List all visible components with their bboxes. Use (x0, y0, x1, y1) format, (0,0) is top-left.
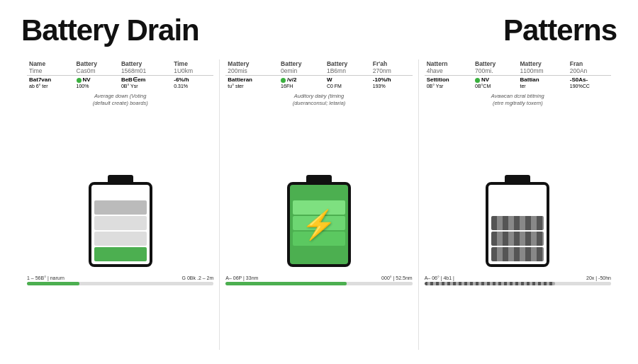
progress-fill-1 (27, 282, 79, 285)
panel-3-battery: A– 06° | 4b1 | 20x | -50hn (425, 111, 611, 350)
panel-1-row1: Bat7vanab 6° ter NV100% BeB∈em0B° Ysr -6… (27, 76, 213, 91)
col-time: Time1U0km (172, 59, 213, 76)
seg-1-2 (94, 232, 147, 246)
panel-1: NameTime BatteryCas0m Battery1568m01 Tim… (21, 59, 220, 350)
panel-3-row1: Settition0B° Ysr NV0B°CM Battianter -S0A… (425, 76, 611, 91)
col-battery-rem: Battery1568m01 (119, 59, 172, 76)
battery-body-1 (89, 182, 152, 267)
battery-fill-3 (491, 216, 544, 261)
panel-3-subtext: Avawcan dcral btitning(etre mgitratly to… (425, 93, 611, 107)
col3-battery: Battery700mi. (473, 59, 517, 76)
seg-3-2 (491, 232, 544, 246)
progress-label-right-3: 20x | -50hn (586, 275, 611, 280)
progress-track-2 (225, 282, 412, 285)
lightning-bolt: ⚡ (301, 208, 337, 241)
progress-fill-3 (425, 282, 555, 285)
p1-remain: BeB∈em0B° Ysr (119, 76, 172, 91)
progress-fill-2 (225, 282, 347, 285)
progress-label-left-1: 1 – 56B° | narurn (27, 275, 65, 280)
battery-icon-2: ⚡ (287, 175, 351, 267)
col-battery-cap: BatteryCas0m (74, 59, 119, 76)
panel-2-progress: A– 06P | 33nm 000° | 52.5nm (225, 275, 412, 285)
seg-2-1 (293, 247, 345, 261)
content-area: NameTime BatteryCas0m Battery1568m01 Tim… (21, 59, 617, 350)
seg-1-4 (94, 200, 147, 215)
panel-1-subtext: Average down (Voting(default create) boa… (27, 93, 213, 107)
battery-body-3 (486, 182, 549, 267)
progress-label-right-2: 000° | 52.5nm (381, 275, 413, 280)
p2-remain: WC0 FM (325, 76, 371, 91)
col2-name: Mattery200mis (225, 59, 279, 76)
panel-3-table: Nattern4have Battery700mi. Mattery1100mm… (425, 59, 611, 90)
p3-remain: Battianter (517, 76, 567, 91)
panel-2-progress-label: A– 06P | 33nm 000° | 52.5nm (225, 275, 412, 280)
progress-label-left-2: A– 06P | 33nm (225, 275, 258, 280)
progress-track-3 (425, 282, 611, 285)
p2-name: Battierantu° ster (225, 76, 279, 91)
progress-label-left-3: A– 06° | 4b1 | (425, 275, 454, 280)
header-row: Battery Drain Patterns (21, 14, 617, 47)
col2-battery: Battery0emin (279, 59, 325, 76)
seg-1-1 (94, 247, 147, 261)
p1-time: -6%/h0.31% (172, 76, 213, 91)
panel-2-battery: ⚡ A– 06P | 33nm 000° | 52.5nm (225, 111, 412, 350)
panel-3-progress: A– 06° | 4b1 | 20x | -50hn (425, 275, 611, 285)
col2-remain: Battery1B6mn (325, 59, 371, 76)
battery-fill-1 (94, 200, 147, 261)
panel-3: Nattern4have Battery700mi. Mattery1100mm… (419, 59, 617, 350)
seg-3-1 (491, 247, 544, 261)
p3-battery: NV0B°CM (473, 76, 517, 91)
p1-battery: NV100% (74, 76, 119, 91)
panel-2-row1: Battierantu° ster /v/216FH WC0 FM -10%/h… (225, 76, 412, 91)
panel-1-battery: 1 – 56B° | narurn G 0Bk .2 – 2m (27, 111, 213, 350)
p3-name: Settition0B° Ysr (425, 76, 473, 91)
col3-remain: Mattery1100mm (517, 59, 567, 76)
progress-label-right-1: G 0Bk .2 – 2m (182, 275, 214, 280)
p1-name: Bat7vanab 6° ter (27, 76, 74, 91)
main-container: Battery Drain Patterns NameTime BatteryC… (0, 0, 638, 364)
panel-1-progress-label: 1 – 56B° | narurn G 0Bk .2 – 2m (27, 275, 213, 280)
p3-time: -S0As-190%CC (568, 76, 611, 91)
panel-2: Mattery200mis Battery0emin Battery1B6mn … (220, 59, 418, 350)
battery-icon-1 (89, 175, 152, 267)
battery-body-2: ⚡ (287, 182, 351, 267)
main-title: Battery Drain (21, 14, 199, 47)
col3-time: Fran200An (568, 59, 611, 76)
panel-1-progress: 1 – 56B° | narurn G 0Bk .2 – 2m (27, 275, 213, 285)
seg-1-3 (94, 216, 147, 230)
panel-2-table: Mattery200mis Battery0emin Battery1B6mn … (225, 59, 412, 90)
col2-time: Fr'ah270nm (371, 59, 413, 76)
patterns-title: Patterns (503, 14, 617, 47)
battery-icon-3 (486, 175, 549, 267)
panel-1-table: NameTime BatteryCas0m Battery1568m01 Tim… (27, 59, 213, 90)
panel-2-subtext: Auditory dairy (timing(dueranconsul; let… (225, 93, 412, 107)
col-name: NameTime (27, 59, 74, 76)
panel-3-progress-label: A– 06° | 4b1 | 20x | -50hn (425, 275, 611, 280)
seg-3-3 (491, 216, 544, 230)
p2-battery: /v/216FH (279, 76, 325, 91)
p2-time: -10%/h193% (371, 76, 413, 91)
col3-name: Nattern4have (425, 59, 473, 76)
progress-track-1 (27, 282, 213, 285)
